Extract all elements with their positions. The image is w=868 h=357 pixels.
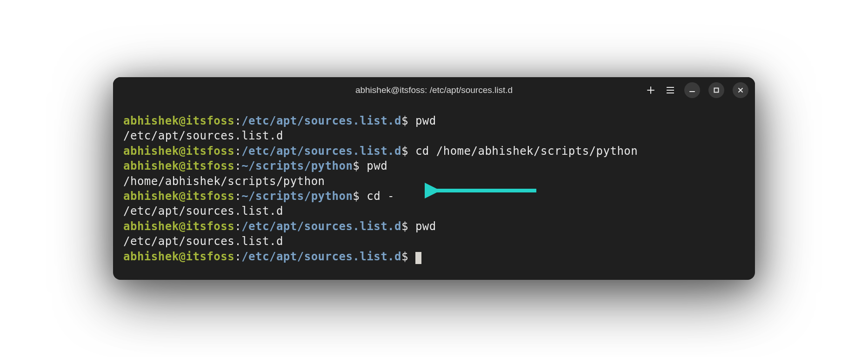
prompt-dollar: $ xyxy=(353,159,360,172)
window-title: abhishek@itsfoss: /etc/apt/sources.list.… xyxy=(355,85,513,95)
command-text: pwd xyxy=(360,159,387,172)
command-text: pwd xyxy=(408,220,436,233)
prompt-user: abhishek@itsfoss xyxy=(123,190,234,203)
terminal-output: /etc/apt/sources.list.d xyxy=(123,128,745,143)
terminal-line: abhishek@itsfoss:~/scripts/python$ cd - xyxy=(123,189,745,204)
terminal-line: abhishek@itsfoss:/etc/apt/sources.list.d… xyxy=(123,144,745,159)
command-text: cd /home/abhishek/scripts/python xyxy=(408,145,638,158)
prompt-path: /etc/apt/sources.list.d xyxy=(241,114,401,127)
terminal-window-wrapper: abhishek@itsfoss: /etc/apt/sources.list.… xyxy=(113,77,755,280)
titlebar: abhishek@itsfoss: /etc/apt/sources.list.… xyxy=(113,77,755,103)
prompt-path: /etc/apt/sources.list.d xyxy=(241,145,401,158)
prompt-user: abhishek@itsfoss xyxy=(123,159,234,172)
terminal-output: /home/abhishek/scripts/python xyxy=(123,174,745,189)
prompt-dollar: $ xyxy=(353,190,360,203)
prompt-path: /etc/apt/sources.list.d xyxy=(241,220,401,233)
prompt-user: abhishek@itsfoss xyxy=(123,220,234,233)
prompt-path: ~/scripts/python xyxy=(241,190,353,203)
prompt-user: abhishek@itsfoss xyxy=(123,145,234,158)
terminal-body[interactable]: abhishek@itsfoss:/etc/apt/sources.list.d… xyxy=(113,103,755,280)
command-text: pwd xyxy=(408,114,436,127)
minimize-button[interactable] xyxy=(684,82,700,98)
prompt-colon: : xyxy=(234,220,241,233)
close-button[interactable] xyxy=(733,82,748,98)
prompt-dollar: $ xyxy=(401,220,408,233)
terminal-line: abhishek@itsfoss:/etc/apt/sources.list.d… xyxy=(123,113,745,128)
command-text xyxy=(408,250,421,263)
prompt-colon: : xyxy=(234,114,241,127)
hamburger-menu-button[interactable] xyxy=(665,85,676,96)
maximize-button[interactable] xyxy=(708,82,724,98)
terminal-output: /etc/apt/sources.list.d xyxy=(123,234,745,249)
prompt-user: abhishek@itsfoss xyxy=(123,250,234,263)
new-tab-button[interactable] xyxy=(645,85,656,96)
prompt-colon: : xyxy=(234,190,241,203)
terminal-line: abhishek@itsfoss:/etc/apt/sources.list.d… xyxy=(123,219,745,234)
command-text: cd - xyxy=(360,190,394,203)
terminal-window: abhishek@itsfoss: /etc/apt/sources.list.… xyxy=(113,77,755,280)
prompt-colon: : xyxy=(234,250,241,263)
cursor-block xyxy=(415,252,421,264)
prompt-dollar: $ xyxy=(401,145,408,158)
prompt-dollar: $ xyxy=(401,250,408,263)
window-controls xyxy=(645,82,748,98)
prompt-colon: : xyxy=(234,159,241,172)
prompt-path: /etc/apt/sources.list.d xyxy=(241,250,401,263)
prompt-dollar: $ xyxy=(401,114,408,127)
prompt-path: ~/scripts/python xyxy=(241,159,353,172)
terminal-output: /etc/apt/sources.list.d xyxy=(123,204,745,218)
svg-rect-0 xyxy=(714,88,719,93)
terminal-line: abhishek@itsfoss:~/scripts/python$ pwd xyxy=(123,159,745,173)
prompt-colon: : xyxy=(234,145,241,158)
prompt-user: abhishek@itsfoss xyxy=(123,114,234,127)
terminal-line: abhishek@itsfoss:/etc/apt/sources.list.d… xyxy=(123,249,745,264)
